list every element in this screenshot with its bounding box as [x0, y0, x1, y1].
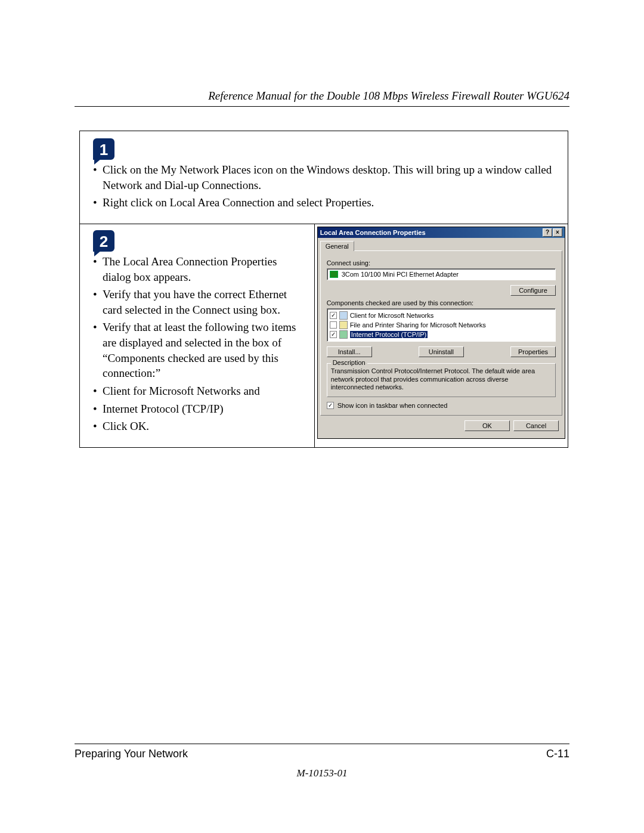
close-button[interactable]: ×	[553, 228, 562, 237]
step2-final: Click OK.	[93, 419, 306, 434]
step1-bullet: Right click on Local Area Connection and…	[93, 195, 557, 210]
cancel-button[interactable]: Cancel	[513, 420, 559, 431]
step2-bullet: The Local Area Connection Properties dia…	[93, 254, 306, 284]
checkbox-icon[interactable]	[330, 321, 337, 329]
component-item[interactable]: File and Printer Sharing for Microsoft N…	[330, 320, 553, 330]
step-2-badge: 2	[93, 230, 114, 252]
step2-sub-bullet: Internet Protocol (TCP/IP)	[93, 401, 306, 417]
tab-panel: Connect using: 3Com 10/100 Mini PCI Ethe…	[320, 250, 562, 416]
header-title: Reference Manual for the Double 108 Mbps…	[75, 89, 569, 106]
share-icon	[339, 321, 348, 329]
checkbox-icon[interactable]: ✓	[330, 331, 337, 338]
step-2-text: 2 The Local Area Connection Properties d…	[80, 224, 314, 447]
dialog-title: Local Area Connection Properties	[320, 229, 426, 236]
step1-bullet: Click on the My Network Places icon on t…	[93, 162, 557, 193]
component-name-selected: Internet Protocol (TCP/IP)	[350, 331, 428, 338]
content-frame: 1 Click on the My Network Places icon on…	[79, 131, 568, 448]
footer-page-number: C-11	[546, 748, 569, 760]
components-list[interactable]: ✓ Client for Microsoft Networks File and…	[327, 308, 556, 342]
step2-bullet: Verify that at least the following two i…	[93, 320, 306, 381]
properties-dialog: Local Area Connection Properties ? × Gen…	[317, 227, 565, 439]
components-label: Components checked are used by this conn…	[327, 299, 556, 306]
taskbar-checkbox[interactable]: ✓	[327, 402, 334, 409]
adapter-name: 3Com 10/100 Mini PCI Ethernet Adapter	[342, 271, 459, 278]
help-button[interactable]: ?	[543, 228, 552, 237]
description-text: Transmission Control Protocol/Internet P…	[331, 367, 552, 392]
step-1-badge: 1	[93, 138, 114, 160]
client-icon	[339, 311, 348, 320]
step2-sub-bullet: Client for Microsoft Networks and	[93, 383, 306, 399]
description-legend: Description	[331, 359, 367, 366]
step-1: 1 Click on the My Network Places icon on…	[80, 131, 568, 224]
component-item[interactable]: ✓ Client for Microsoft Networks	[330, 311, 553, 320]
checkbox-icon[interactable]: ✓	[330, 312, 337, 319]
step-2-row: 2 The Local Area Connection Properties d…	[80, 224, 568, 447]
taskbar-label: Show icon in taskbar when connected	[338, 402, 448, 409]
tab-general[interactable]: General	[320, 241, 354, 251]
connect-using-label: Connect using:	[327, 259, 556, 267]
dialog-cell: Local Area Connection Properties ? × Gen…	[314, 224, 568, 447]
header-rule	[75, 106, 569, 107]
step2-bullet: Verify that you have the correct Etherne…	[93, 287, 306, 317]
uninstall-button[interactable]: Uninstall	[419, 346, 464, 357]
footer-section: Preparing Your Network	[75, 748, 188, 760]
footer-doc-number: M-10153-01	[75, 767, 569, 779]
adapter-box: 3Com 10/100 Mini PCI Ethernet Adapter	[327, 268, 556, 280]
page-footer: Preparing Your Network C-11 M-10153-01	[75, 744, 569, 779]
component-item[interactable]: ✓ Internet Protocol (TCP/IP)	[330, 330, 553, 339]
configure-button[interactable]: Configure	[510, 285, 556, 296]
properties-button[interactable]: Properties	[510, 346, 556, 357]
nic-icon	[330, 271, 338, 278]
component-name: Client for Microsoft Networks	[350, 312, 434, 319]
ok-button[interactable]: OK	[465, 420, 510, 431]
description-group: Description Transmission Control Protoco…	[327, 363, 556, 397]
dialog-titlebar: Local Area Connection Properties ? ×	[318, 227, 565, 238]
install-button[interactable]: Install...	[327, 346, 372, 357]
protocol-icon	[339, 330, 348, 339]
component-name: File and Printer Sharing for Microsoft N…	[350, 321, 486, 329]
